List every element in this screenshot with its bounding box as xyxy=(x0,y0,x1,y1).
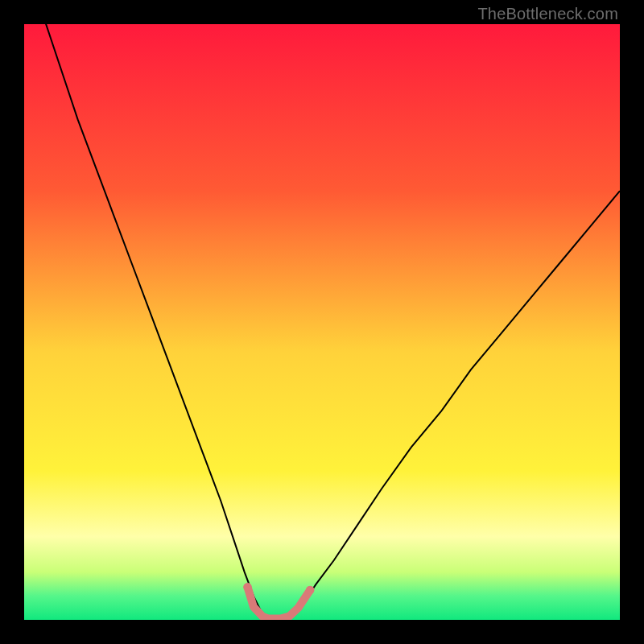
plot-area xyxy=(24,24,620,620)
chart-frame: TheBottleneck.com xyxy=(0,0,644,644)
watermark-label: TheBottleneck.com xyxy=(477,5,618,23)
bottleneck-chart xyxy=(24,24,620,620)
gradient-background xyxy=(24,24,620,620)
valley-endpoint-marker xyxy=(243,583,251,591)
valley-endpoint-marker xyxy=(306,586,314,594)
